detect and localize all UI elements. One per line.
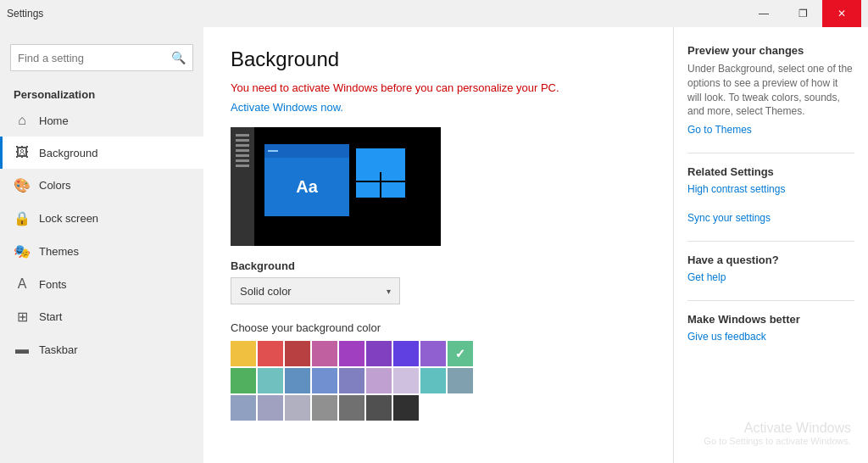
close-button[interactable]: ✕ [822, 0, 861, 27]
color-swatch-8[interactable]: ✓ [448, 341, 473, 366]
make-better-title: Make Windows better [687, 313, 854, 326]
color-swatch-9[interactable] [231, 368, 256, 393]
dropdown-value: Solid color [240, 285, 292, 298]
divider-1 [687, 153, 854, 153]
taskbar-item-5 [236, 154, 249, 157]
preview-window-body: Aa [264, 158, 349, 216]
start-icon: ⊞ [14, 309, 31, 325]
color-swatch-20[interactable] [285, 395, 310, 421]
color-swatch-4[interactable] [339, 341, 364, 366]
divider-2 [687, 241, 854, 242]
preview-changes-text: Under Background, select one of the opti… [687, 62, 854, 119]
activation-link[interactable]: Activate Windows now. [231, 101, 343, 114]
preview-tiles [356, 148, 405, 198]
preview-window-title [264, 144, 349, 158]
sidebar-item-colors-label: Colors [39, 179, 71, 192]
color-swatch-0[interactable] [231, 341, 256, 366]
color-swatch-11[interactable] [285, 368, 310, 393]
main-content: Background You need to activate Windows … [203, 27, 673, 463]
color-swatch-18[interactable] [231, 395, 256, 421]
color-swatch-7[interactable] [420, 341, 446, 366]
color-swatch-23[interactable] [366, 395, 392, 421]
titlebar: Settings — ❐ ✕ [0, 0, 868, 27]
sidebar-item-home[interactable]: ⌂ Home [0, 104, 203, 137]
color-swatch-12[interactable] [312, 368, 337, 393]
themes-icon: 🎭 [14, 243, 31, 259]
app-body: 🔍 Personalization ⌂ Home 🖼 Background 🎨 … [0, 27, 868, 463]
sidebar-item-background-label: Background [39, 147, 97, 159]
tile-3 [356, 182, 380, 198]
search-input[interactable] [18, 52, 171, 64]
minimize-button[interactable]: — [744, 0, 783, 27]
main-right-wrapper: Background You need to activate Windows … [203, 27, 868, 463]
tile-2 [381, 165, 405, 181]
preview-window: Aa [264, 144, 349, 216]
color-swatch-1[interactable] [258, 341, 283, 366]
color-swatch-6[interactable] [393, 341, 419, 366]
restore-button[interactable]: ❐ [783, 0, 822, 27]
background-dropdown[interactable]: Solid color ▾ [231, 277, 400, 304]
color-section-label: Choose your background color [231, 321, 646, 334]
sidebar-item-lockscreen[interactable]: 🔒 Lock screen [0, 202, 203, 235]
sidebar-item-start[interactable]: ⊞ Start [0, 300, 203, 333]
color-swatch-13[interactable] [339, 368, 364, 393]
color-swatch-16[interactable] [420, 368, 446, 393]
background-section-label: Background [231, 259, 646, 272]
color-swatch-19[interactable] [258, 395, 283, 421]
sidebar-header [0, 27, 203, 37]
color-swatch-22[interactable] [339, 395, 364, 421]
color-swatch-2[interactable] [285, 341, 310, 366]
activation-warning: You need to activate Windows before you … [231, 81, 646, 94]
taskbar-item-3 [236, 144, 249, 147]
sync-settings-link[interactable]: Sync your settings [687, 212, 854, 224]
sidebar-section-title: Personalization [0, 78, 203, 104]
color-swatch-5[interactable] [366, 341, 392, 366]
taskbar-item-2 [236, 139, 249, 142]
color-swatch-21[interactable] [312, 395, 337, 421]
preview-taskbar [231, 127, 254, 246]
sidebar: 🔍 Personalization ⌂ Home 🖼 Background 🎨 … [0, 27, 203, 463]
color-swatch-14[interactable] [366, 368, 392, 393]
taskbar-item-1 [236, 134, 249, 137]
sidebar-nav: ⌂ Home 🖼 Background 🎨 Colors 🔒 Lock scre… [0, 104, 203, 365]
taskbar-item-6 [236, 159, 249, 162]
app-title: Settings [7, 8, 43, 20]
chevron-down-icon: ▾ [387, 287, 391, 296]
taskbar-item-7 [236, 165, 249, 167]
color-grid: ✓ [231, 341, 646, 421]
sidebar-item-home-label: Home [39, 114, 69, 127]
divider-3 [687, 300, 854, 301]
sidebar-item-fonts[interactable]: A Fonts [0, 268, 203, 300]
color-swatch-10[interactable] [258, 368, 283, 393]
preview-box: Aa [231, 127, 441, 246]
color-swatch-3[interactable] [312, 341, 337, 366]
search-icon[interactable]: 🔍 [171, 51, 186, 64]
sidebar-item-start-label: Start [39, 310, 62, 323]
preview-changes-title: Preview your changes [687, 44, 854, 57]
sidebar-item-themes[interactable]: 🎭 Themes [0, 235, 203, 268]
question-title: Have a question? [687, 254, 854, 266]
tile-4 [381, 182, 405, 198]
page-title: Background [231, 47, 646, 71]
sidebar-item-themes-label: Themes [39, 245, 79, 258]
home-icon: ⌂ [14, 113, 31, 128]
window-controls: — ❐ ✕ [744, 0, 861, 27]
color-swatch-15[interactable] [393, 368, 419, 393]
color-swatch-24[interactable] [393, 395, 419, 421]
high-contrast-link[interactable]: High contrast settings [687, 183, 854, 195]
get-help-link[interactable]: Get help [687, 271, 854, 283]
taskbar-icon: ▬ [14, 342, 31, 357]
related-settings-title: Related Settings [687, 165, 854, 178]
tile-1 [356, 165, 380, 181]
preview-aa-text: Aa [296, 177, 318, 197]
sidebar-item-background[interactable]: 🖼 Background [0, 137, 203, 169]
sidebar-item-colors[interactable]: 🎨 Colors [0, 169, 203, 202]
taskbar-item-4 [236, 149, 249, 152]
feedback-link[interactable]: Give us feedback [687, 331, 854, 343]
colors-icon: 🎨 [14, 177, 31, 193]
right-panel: Preview your changes Under Background, s… [673, 27, 868, 463]
lock-icon: 🔒 [14, 210, 31, 226]
sidebar-item-taskbar[interactable]: ▬ Taskbar [0, 333, 203, 365]
color-swatch-17[interactable] [448, 368, 473, 393]
go-to-themes-link[interactable]: Go to Themes [687, 124, 854, 136]
